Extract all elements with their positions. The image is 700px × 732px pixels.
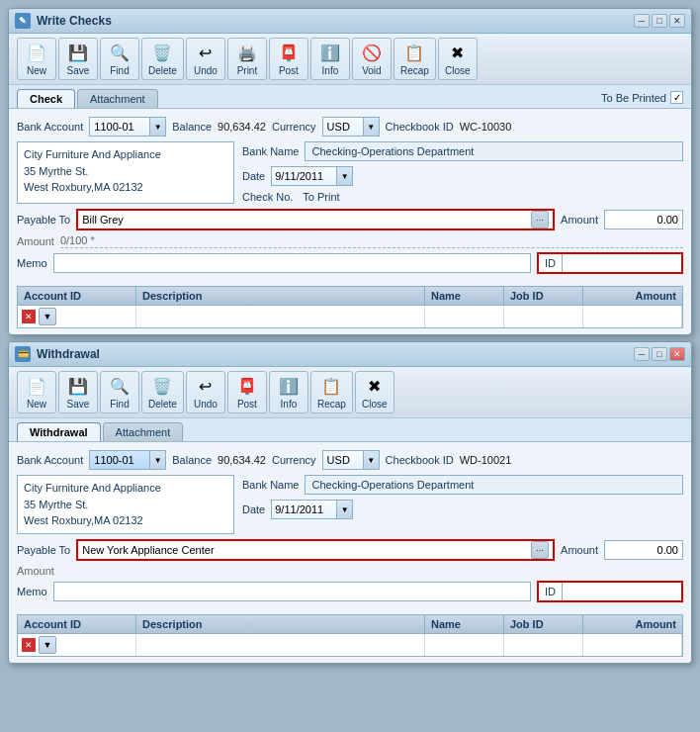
tab-attachment-2[interactable]: Attachment: [103, 422, 184, 441]
wd-id-input[interactable]: [563, 583, 681, 600]
currency-select[interactable]: ▼: [322, 117, 380, 137]
date-dropdown[interactable]: ▼: [336, 167, 352, 185]
payable-to-lookup-btn[interactable]: ···: [531, 211, 549, 229]
close-window-btn-2[interactable]: ✕: [669, 347, 685, 361]
wd-memo-id-row: Memo ID: [17, 581, 683, 602]
wd-currency-dropdown[interactable]: ▼: [363, 451, 379, 469]
wd-info-button[interactable]: ℹ️ Info: [269, 371, 308, 413]
wd-payable-to-field[interactable]: New York Appliance Center ···: [76, 539, 555, 561]
wd-row-delete-icon[interactable]: ✕: [22, 638, 36, 652]
info-icon: ℹ️: [318, 42, 342, 63]
wd-currency-input[interactable]: [323, 450, 363, 470]
find-button[interactable]: 🔍 Find: [100, 38, 139, 80]
void-button[interactable]: 🚫 Void: [352, 38, 392, 80]
payable-to-row: Payable To Bill Grey ··· Amount: [17, 209, 683, 230]
company-address: City Furniture And Appliance 35 Myrthe S…: [17, 141, 234, 204]
bank-name-label: Bank Name: [242, 145, 299, 157]
check-grid-cell-name[interactable]: [425, 306, 504, 327]
tabs-area-1: Check Attachment To Be Printed ✓: [9, 85, 691, 109]
wd-payable-to-lookup-btn[interactable]: ···: [531, 541, 549, 559]
undo-button[interactable]: ↩ Undo: [186, 38, 225, 80]
wd-balance-label: Balance: [172, 454, 212, 466]
wd-find-button[interactable]: 🔍 Find: [100, 371, 139, 413]
wd-date-field[interactable]: ▼: [271, 500, 353, 519]
title-bar-write-checks: ✎ Write Checks ─ □ ✕: [9, 9, 691, 34]
row-delete-icon[interactable]: ✕: [22, 310, 36, 323]
check-grid-cell-desc[interactable]: [136, 306, 425, 327]
wd-grid-cell-desc[interactable]: [136, 634, 425, 656]
maximize-btn-1[interactable]: □: [652, 14, 667, 28]
wd-memo-input[interactable]: [53, 582, 531, 601]
col-name-1: Name: [425, 287, 504, 305]
id-group: ID: [537, 252, 683, 274]
bank-account-dropdown[interactable]: ▼: [149, 118, 165, 136]
bank-account-input[interactable]: [90, 117, 149, 137]
print-button[interactable]: 🖨️ Print: [227, 38, 267, 80]
amount-input[interactable]: [604, 210, 683, 229]
bank-account-select[interactable]: ▼: [89, 117, 166, 137]
save-button[interactable]: 💾 Save: [58, 38, 98, 80]
wd-amount-words-label: Amount: [17, 565, 54, 577]
wd-memo-label: Memo: [17, 586, 47, 597]
address-bank-row: City Furniture And Appliance 35 Myrthe S…: [17, 141, 683, 204]
close-window-btn-1[interactable]: ✕: [669, 14, 685, 28]
wd-currency-select[interactable]: ▼: [322, 450, 380, 470]
recap-icon: 📋: [402, 42, 426, 63]
check-grid-row-1: ✕ ▼: [17, 305, 683, 328]
delete-button[interactable]: 🗑️ Delete: [141, 38, 184, 80]
wd-date-dropdown[interactable]: ▼: [336, 501, 352, 518]
check-grid-cell-jobid[interactable]: [504, 306, 583, 327]
wd-delete-button[interactable]: 🗑️ Delete: [141, 371, 184, 413]
payable-to-field[interactable]: Bill Grey ···: [76, 209, 555, 230]
wd-save-button[interactable]: 💾 Save: [58, 371, 98, 413]
currency-input[interactable]: [323, 117, 363, 137]
close-button[interactable]: ✖ Close: [438, 38, 478, 80]
row-dropdown[interactable]: ▼: [39, 308, 56, 325]
wd-row-dropdown[interactable]: ▼: [39, 636, 56, 654]
wd-new-button[interactable]: 📄 New: [17, 371, 56, 413]
bank-name-value: Checking-Operations Department: [305, 141, 683, 161]
date-input[interactable]: [272, 170, 336, 182]
wd-date-input[interactable]: [272, 503, 336, 515]
tab-attachment-1[interactable]: Attachment: [77, 89, 158, 108]
date-field[interactable]: ▼: [271, 166, 353, 186]
minimize-btn-1[interactable]: ─: [634, 14, 650, 28]
wd-bank-account-label: Bank Account: [17, 454, 83, 466]
wd-grid-cell-name[interactable]: [425, 634, 504, 656]
wd-bank-account-dropdown[interactable]: ▼: [149, 451, 165, 469]
new-button[interactable]: 📄 New: [17, 38, 56, 80]
wd-id-group: ID: [537, 581, 683, 602]
post-label: Post: [279, 65, 299, 76]
check-grid-area: Account ID Description Name Job ID Amoun…: [9, 286, 691, 334]
wd-bank-account-input[interactable]: [90, 450, 149, 470]
check-grid-cell-amount[interactable]: [583, 306, 682, 327]
memo-input[interactable]: [53, 253, 531, 273]
wd-recap-button[interactable]: 📋 Recap: [310, 371, 353, 413]
company-line2: 35 Myrthe St.: [24, 163, 227, 180]
wd-checkbook-id-value: WD-10021: [460, 454, 512, 466]
recap-button[interactable]: 📋 Recap: [394, 38, 436, 80]
toolbar-write-checks: 📄 New 💾 Save 🔍 Find 🗑️ Delete ↩ Undo 🖨️ …: [9, 34, 691, 85]
tab-withdrawal[interactable]: Withdrawal: [17, 422, 101, 441]
wd-bank-account-select[interactable]: ▼: [89, 450, 166, 470]
check-no-row: Check No. To Print: [242, 190, 683, 204]
tab-check[interactable]: Check: [17, 89, 75, 108]
wd-grid-cell-amount[interactable]: [583, 634, 682, 656]
info-button[interactable]: ℹ️ Info: [310, 38, 350, 80]
id-input[interactable]: [563, 254, 681, 272]
toolbar-withdrawal: 📄 New 💾 Save 🔍 Find 🗑️ Delete ↩ Undo 📮 P…: [9, 367, 691, 418]
wd-grid-cell-jobid[interactable]: [504, 634, 583, 656]
col-amount-1: Amount: [583, 287, 682, 305]
wd-close-button[interactable]: ✖ Close: [355, 371, 394, 413]
currency-dropdown[interactable]: ▼: [363, 118, 379, 136]
wd-undo-button[interactable]: ↩ Undo: [186, 371, 225, 413]
to-be-printed-checkbox[interactable]: ✓: [670, 91, 683, 104]
wd-post-button[interactable]: 📮 Post: [227, 371, 267, 413]
wd-amount-input[interactable]: [604, 540, 683, 560]
minimize-btn-2[interactable]: ─: [634, 347, 650, 361]
post-button[interactable]: 📮 Post: [269, 38, 308, 80]
col-description-1: Description: [136, 287, 425, 305]
maximize-btn-2[interactable]: □: [652, 347, 667, 361]
bank-account-label: Bank Account: [17, 121, 83, 133]
wd-find-icon: 🔍: [108, 375, 131, 397]
